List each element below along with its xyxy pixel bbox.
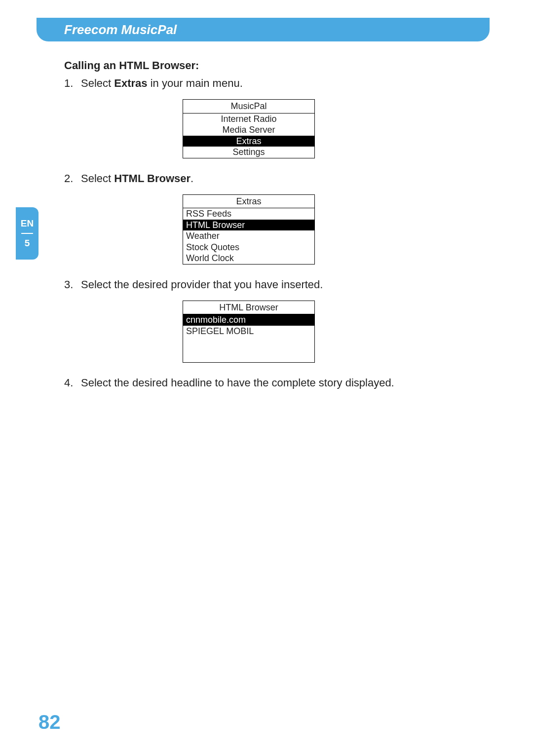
step-2-bold: HTML Browser (114, 172, 190, 185)
menu-2-item-html-browser: HTML Browser (183, 220, 314, 231)
header-bar: Freecom MusicPal (37, 18, 490, 41)
step-2-post: . (190, 172, 193, 185)
menu-2-title: Extras (183, 195, 314, 208)
step-2-num: 2. (64, 170, 81, 187)
step-list-4: 4. Select the desired headline to have t… (64, 375, 469, 391)
content: Calling an HTML Browser: 1. Select Extra… (64, 59, 469, 395)
menu-2-item-world-clock: World Clock (183, 253, 314, 264)
menu-2-item-stock-quotes: Stock Quotes (183, 242, 314, 253)
side-tab-lang: EN (21, 218, 34, 229)
menu-3-title: HTML Browser (183, 301, 314, 314)
page-number: 82 (38, 711, 61, 733)
side-tab: EN 5 (16, 207, 38, 260)
menu-3: HTML Browser cnnmobile.com SPIEGEL MOBIL (183, 301, 315, 363)
step-1-post: in your main menu. (148, 77, 243, 89)
step-3-num: 3. (64, 276, 81, 293)
step-list-2: 2. Select HTML Browser. (64, 170, 469, 187)
menu-1-title: MusicPal (183, 100, 314, 113)
menu-1-item-internet-radio: Internet Radio (183, 113, 314, 125)
menu-2-item-rss-feeds: RSS Feeds (183, 208, 314, 220)
step-1-text: Select Extras in your main menu. (81, 75, 469, 91)
side-tab-divider (21, 233, 33, 234)
step-1-pre: Select (81, 77, 114, 89)
menu-1: MusicPal Internet Radio Media Server Ext… (183, 99, 315, 158)
step-2-text: Select HTML Browser. (81, 170, 469, 187)
section-title: Calling an HTML Browser: (64, 59, 469, 72)
step-2-pre: Select (81, 172, 114, 185)
menu-2-item-weather: Weather (183, 230, 314, 242)
step-2: 2. Select HTML Browser. (64, 170, 469, 187)
menu-3-item-spiegel-mobil: SPIEGEL MOBIL (183, 326, 314, 337)
step-1: 1. Select Extras in your main menu. (64, 75, 469, 91)
menu-2: Extras RSS Feeds HTML Browser Weather St… (183, 194, 315, 265)
header-title: Freecom MusicPal (64, 22, 177, 38)
side-tab-chapter: 5 (25, 238, 30, 249)
step-list-3: 3. Select the desired provider that you … (64, 276, 469, 293)
menu-1-item-extras: Extras (183, 136, 314, 147)
step-4-num: 4. (64, 375, 81, 391)
step-4-text: Select the desired headline to have the … (81, 375, 469, 391)
menu-1-item-media-server: Media Server (183, 124, 314, 136)
step-list: 1. Select Extras in your main menu. (64, 75, 469, 91)
step-3: 3. Select the desired provider that you … (64, 276, 469, 293)
step-1-num: 1. (64, 75, 81, 91)
menu-1-item-settings: Settings (183, 147, 314, 158)
step-3-text: Select the desired provider that you hav… (81, 276, 469, 293)
step-1-bold: Extras (114, 77, 147, 89)
menu-3-item-cnnmobile: cnnmobile.com (183, 314, 314, 326)
step-4: 4. Select the desired headline to have t… (64, 375, 469, 391)
